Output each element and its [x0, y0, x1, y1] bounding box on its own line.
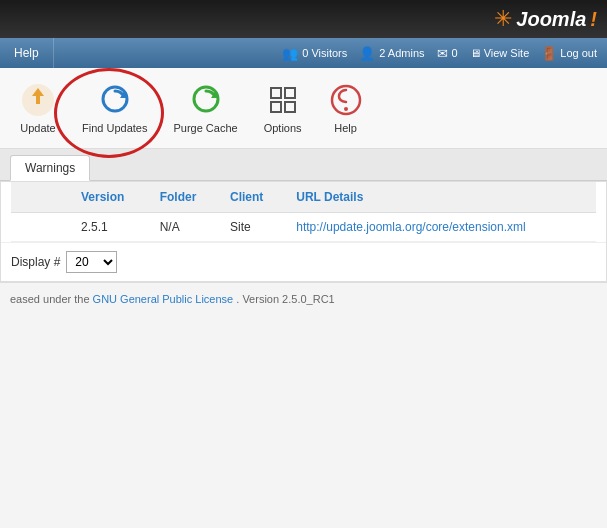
- messages-icon: ✉: [437, 46, 448, 61]
- footer-prefix: eased under the: [10, 293, 90, 305]
- help-icon: [328, 82, 364, 118]
- admins-status[interactable]: 👤 2 Admins: [359, 46, 424, 61]
- visitors-status[interactable]: 👥 0 Visitors: [282, 46, 347, 61]
- svg-rect-6: [285, 102, 295, 112]
- update-label: Update: [20, 122, 55, 134]
- col-version[interactable]: Version: [71, 182, 150, 213]
- nav-status: 👥 0 Visitors 👤 2 Admins ✉ 0 🖥 View Site …: [282, 46, 607, 61]
- cell-version: 2.5.1: [71, 213, 150, 242]
- table-body: 2.5.1 N/A Site http://update.joomla.org/…: [11, 213, 596, 242]
- table-header: Version Folder Client URL Details: [11, 182, 596, 213]
- logout-button[interactable]: 🚪 Log out: [541, 46, 597, 61]
- display-label: Display #: [11, 255, 60, 269]
- joomla-brand-name: Joomla: [516, 8, 586, 31]
- col-type: [11, 182, 71, 213]
- joomla-star-icon: ✳: [494, 6, 512, 32]
- svg-rect-3: [271, 88, 281, 98]
- tabs-bar: Warnings: [0, 149, 607, 181]
- svg-rect-5: [271, 102, 281, 112]
- cell-type: [11, 213, 71, 242]
- tab-warnings[interactable]: Warnings: [10, 155, 90, 181]
- nav-item-help[interactable]: Help: [0, 38, 54, 68]
- purge-cache-button[interactable]: Purge Cache: [163, 76, 247, 140]
- find-updates-icon: [97, 82, 133, 118]
- gpl-link[interactable]: GNU General Public License: [93, 293, 234, 305]
- find-updates-label: Find Updates: [82, 122, 147, 134]
- monitor-icon: 🖥: [470, 47, 481, 59]
- table-container: Version Folder Client URL Details 2.5.1 …: [1, 182, 606, 242]
- toolbar: Update Find Updates Purge Cache: [0, 68, 607, 149]
- visitors-icon: 👥: [282, 46, 298, 61]
- col-url[interactable]: URL Details: [286, 182, 596, 213]
- logout-icon: 🚪: [541, 46, 557, 61]
- view-site-link[interactable]: 🖥 View Site: [470, 47, 530, 59]
- table-row: 2.5.1 N/A Site http://update.joomla.org/…: [11, 213, 596, 242]
- svg-point-8: [344, 107, 348, 111]
- purge-cache-icon: [188, 82, 224, 118]
- help-button[interactable]: Help: [318, 76, 374, 140]
- update-icon: [20, 82, 56, 118]
- admins-icon: 👤: [359, 46, 375, 61]
- top-header: ✳ Joomla !: [0, 0, 607, 38]
- page-footer: eased under the GNU General Public Licen…: [0, 282, 607, 315]
- options-icon: [265, 82, 301, 118]
- svg-rect-4: [285, 88, 295, 98]
- options-button[interactable]: Options: [254, 76, 312, 140]
- nav-bar: Help 👥 0 Visitors 👤 2 Admins ✉ 0 🖥 View …: [0, 38, 607, 68]
- table-area: Version Folder Client URL Details 2.5.1 …: [0, 181, 607, 282]
- find-updates-button[interactable]: Find Updates: [72, 76, 157, 140]
- updates-table: Version Folder Client URL Details 2.5.1 …: [11, 182, 596, 242]
- display-row: Display # 20 50 100: [1, 242, 606, 281]
- col-folder[interactable]: Folder: [150, 182, 220, 213]
- display-select[interactable]: 20 50 100: [66, 251, 117, 273]
- purge-cache-label: Purge Cache: [173, 122, 237, 134]
- url-link[interactable]: http://update.joomla.org/core/extension.…: [296, 220, 525, 234]
- footer-suffix: . Version 2.5.0_RC1: [236, 293, 334, 305]
- joomla-exclaim: !: [590, 8, 597, 31]
- joomla-logo: ✳ Joomla !: [494, 6, 597, 32]
- cell-url[interactable]: http://update.joomla.org/core/extension.…: [286, 213, 596, 242]
- options-label: Options: [264, 122, 302, 134]
- cell-folder: N/A: [150, 213, 220, 242]
- col-client[interactable]: Client: [220, 182, 286, 213]
- update-button[interactable]: Update: [10, 76, 66, 140]
- messages-status[interactable]: ✉ 0: [437, 46, 458, 61]
- help-label: Help: [334, 122, 357, 134]
- cell-client: Site: [220, 213, 286, 242]
